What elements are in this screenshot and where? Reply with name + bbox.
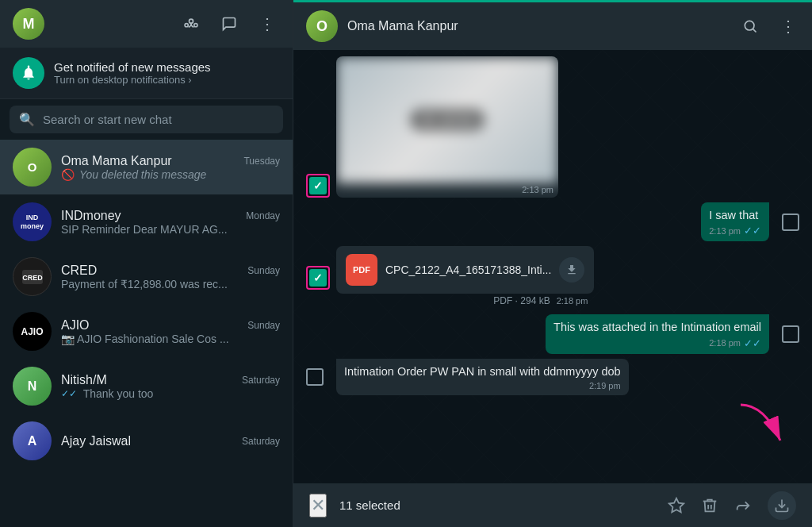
file-message-container: PDF CPC_2122_A4_165171388_Inti... PDF · … [336, 246, 594, 310]
incoming-bubble: Intimation Order PW PAN in small with dd… [336, 359, 629, 395]
chat-preview: 🚫 You deleted this message [61, 168, 280, 181]
search-icon: 🔍 [19, 112, 35, 127]
message-row-text-3: Intimation Order PW PAN in small with dd… [306, 359, 799, 395]
message-text: Intimation Order PW PAN in small with dd… [344, 365, 621, 378]
notification-text: Get notified of new messages Turn on des… [54, 60, 211, 86]
chat-preview: Payment of ₹12,898.00 was rec... [61, 278, 280, 290]
chat-preview: ✓✓ Thank you too [61, 387, 280, 400]
chat-time: Saturday [242, 375, 280, 386]
chat-avatar-ajay: A [13, 421, 52, 460]
chat-item-ajay[interactable]: A Ajay Jaiswal Saturday [0, 414, 293, 468]
message-text: I saw that [709, 209, 758, 221]
msg-checkbox-4[interactable] [782, 325, 799, 343]
notification-banner[interactable]: Get notified of new messages Turn on des… [0, 48, 293, 99]
chat-name: Nitish/M [61, 373, 107, 387]
svg-point-6 [745, 21, 754, 30]
chat-avatar-indmoney: INDmoney [13, 202, 52, 241]
action-icons [668, 491, 796, 520]
chat-time: Sunday [247, 320, 280, 331]
svg-marker-8 [669, 498, 684, 511]
user-avatar[interactable]: M [13, 8, 44, 40]
chat-name: AJIO [61, 318, 90, 333]
chat-preview: SIP Reminder Dear MAYUR AG... [61, 223, 280, 236]
notification-bell-icon [13, 57, 44, 89]
svg-point-2 [194, 24, 197, 27]
header-icons: ⋮ [180, 11, 280, 37]
chat-body: 103 kB 2:13 pm I saw that 2:13 pm ✓✓ [293, 50, 812, 483]
search-input[interactable] [43, 113, 274, 126]
message-time: 2:19 pm [589, 381, 621, 390]
download-action-icon[interactable] [768, 491, 796, 520]
file-download-button[interactable] [559, 257, 584, 283]
chat-info-nitish: Nitish/M Saturday ✓✓ Thank you too [61, 373, 280, 400]
chat-header-icons: ⋮ [739, 13, 799, 39]
file-timestamp: 2:18 pm [557, 296, 588, 306]
chat-header-avatar[interactable]: O [306, 10, 338, 42]
svg-text:CRED: CRED [22, 274, 43, 282]
message-ticks: ✓✓ [744, 337, 761, 349]
blurred-image: 103 kB [336, 56, 558, 183]
chat-name: CRED [61, 264, 97, 278]
chat-name: Oma Mama Kanpur [61, 154, 172, 168]
chat-bottom-bar: ✕ 11 selected [293, 483, 812, 527]
msg-checkbox-3[interactable] [309, 269, 327, 287]
search-bar: 🔍 [10, 106, 283, 133]
chat-item-oma[interactable]: O Oma Mama Kanpur Tuesday 🚫 You deleted … [0, 140, 293, 194]
checkbox-highlight [306, 174, 330, 198]
new-chat-icon[interactable] [218, 13, 240, 35]
chat-item-ajio[interactable]: AJIO AJIO Sunday 📷 AJIO Fashionation Sal… [0, 304, 293, 359]
chat-avatar-nitish: N [13, 367, 52, 406]
notification-title: Get notified of new messages [54, 60, 211, 74]
chat-item-indmoney[interactable]: INDmoney INDmoney Monday SIP Reminder De… [0, 194, 293, 249]
incoming-bubble-container: Intimation Order PW PAN in small with dd… [336, 359, 629, 395]
msg-checkbox-2[interactable] [782, 213, 799, 231]
message-time: 2:18 pm [709, 338, 741, 348]
chat-time: Monday [246, 210, 280, 221]
delete-action-icon[interactable] [701, 497, 718, 514]
chat-info-indmoney: INDmoney Monday SIP Reminder Dear MAYUR … [61, 209, 280, 236]
msg-checkbox-1[interactable] [309, 177, 327, 194]
svg-point-0 [190, 19, 193, 23]
chat-info-oma: Oma Mama Kanpur Tuesday 🚫 You deleted th… [61, 154, 280, 181]
outgoing-bubble-1: I saw that 2:13 pm ✓✓ [701, 202, 769, 241]
menu-icon[interactable]: ⋮ [256, 11, 280, 37]
chat-time: Sunday [247, 265, 280, 276]
file-size-badge: 103 kB [439, 113, 473, 126]
star-action-icon[interactable] [668, 497, 685, 514]
message-text: This was attached in the Intimation emai… [553, 321, 761, 333]
chat-header: O Oma Mama Kanpur ⋮ [293, 2, 812, 50]
chat-item-nitish[interactable]: N Nitish/M Saturday ✓✓ Thank you too [0, 359, 293, 414]
chat-avatar-cred: CRED [13, 257, 52, 296]
chat-info-cred: CRED Sunday Payment of ₹12,898.00 was re… [61, 264, 280, 290]
message-row-media: 103 kB 2:13 pm [306, 56, 799, 198]
chat-avatar-ajio: AJIO [13, 312, 52, 351]
chat-time: Saturday [242, 436, 280, 447]
chat-contact-name: Oma Mama Kanpur [347, 19, 730, 33]
file-info: CPC_2122_A4_165171388_Inti... [385, 264, 551, 276]
chat-name: Ajay Jaiswal [61, 434, 131, 448]
media-timestamp: 2:13 pm [336, 183, 558, 198]
download-badge[interactable]: 103 kB [410, 109, 485, 131]
msg-checkbox-5[interactable] [306, 368, 324, 386]
community-icon[interactable] [180, 13, 202, 35]
chat-info-ajay: Ajay Jaiswal Saturday [61, 434, 280, 448]
message-ticks: ✓✓ [744, 225, 761, 237]
chat-info-ajio: AJIO Sunday 📷 AJIO Fashionation Sale Cos… [61, 318, 280, 345]
chat-name: INDmoney [61, 209, 121, 223]
chat-avatar-oma: O [13, 148, 52, 187]
checkbox-highlight-2 [306, 266, 330, 290]
chat-menu-icon[interactable]: ⋮ [777, 13, 799, 39]
main-chat: O Oma Mama Kanpur ⋮ [293, 0, 812, 527]
file-message: PDF CPC_2122_A4_165171388_Inti... [336, 246, 594, 294]
chat-header-info[interactable]: Oma Mama Kanpur [347, 19, 730, 33]
pdf-icon: PDF [346, 254, 377, 286]
search-chat-icon[interactable] [739, 15, 761, 37]
sidebar-header: M ⋮ [0, 0, 293, 48]
chat-item-cred[interactable]: CRED CRED Sunday Payment of ₹12,898.00 w… [0, 249, 293, 304]
close-selection-button[interactable]: ✕ [309, 494, 327, 517]
deleted-icon: 🚫 [61, 168, 75, 181]
chat-list: O Oma Mama Kanpur Tuesday 🚫 You deleted … [0, 140, 293, 527]
svg-point-1 [185, 24, 188, 27]
sidebar: M ⋮ [0, 0, 293, 527]
forward-action-icon[interactable] [734, 497, 752, 514]
